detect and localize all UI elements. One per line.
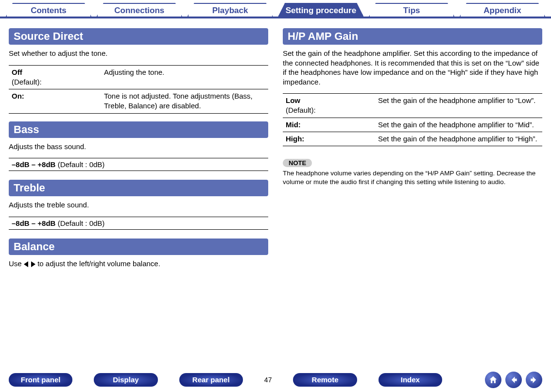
range-default: (Default : 0dB): [55, 219, 104, 227]
nav-icons: [485, 372, 542, 388]
top-tab-bar: Contents Connections Playback Setting pr…: [0, 0, 551, 18]
desc-balance-post: to adjust the left/right volume balance.: [35, 259, 160, 268]
opt-val: Set the gain of the headphone amplifier …: [375, 94, 542, 118]
desc-treble: Adjusts the treble sound.: [9, 200, 268, 210]
opt-key-rest: (Default):: [12, 78, 42, 86]
home-icon: [488, 375, 498, 385]
pill-remote[interactable]: Remote: [293, 373, 357, 387]
range-value: –8dB – +8dB: [12, 219, 55, 227]
right-column: H/P AMP Gain Set the gain of the headpho…: [283, 28, 542, 275]
heading-source-direct: Source Direct: [9, 28, 268, 45]
desc-balance-pre: Use: [9, 259, 24, 268]
opt-key: High:: [286, 135, 304, 143]
desc-balance: Use to adjust the left/right volume bala…: [9, 259, 268, 269]
heading-bass: Bass: [9, 121, 268, 138]
pill-display[interactable]: Display: [94, 373, 157, 387]
opt-key-rest: (Default):: [286, 106, 316, 114]
left-column: Source Direct Set whether to adjust the …: [9, 28, 268, 275]
opt-val: Set the gain of the headphone amplifier …: [375, 118, 542, 132]
heading-hp-amp-gain: H/P AMP Gain: [283, 28, 542, 45]
opt-val: Tone is not adjusted. Tone adjustments (…: [101, 89, 268, 114]
opt-val: Set the gain of the headphone amplifier …: [375, 132, 542, 146]
home-button[interactable]: [485, 372, 501, 388]
tab-tips[interactable]: Tips: [369, 3, 454, 17]
heading-balance: Balance: [9, 239, 268, 255]
triangle-left-icon: [24, 261, 28, 267]
range-treble: –8dB – +8dB (Default : 0dB): [9, 217, 268, 230]
tab-connections[interactable]: Connections: [97, 3, 182, 17]
next-page-button[interactable]: [526, 372, 542, 388]
table-source-direct: Off (Default): Adjusting the tone. On: T…: [9, 65, 268, 114]
opt-val: Adjusting the tone.: [101, 65, 268, 89]
opt-key: Off: [12, 68, 22, 76]
arrow-left-icon: [509, 375, 518, 385]
prev-page-button[interactable]: [505, 372, 522, 388]
table-row: Off (Default): Adjusting the tone.: [9, 65, 268, 89]
range-default: (Default : 0dB): [55, 160, 104, 169]
note-text: The headphone volume varies depending on…: [283, 169, 542, 187]
pill-front-panel[interactable]: Front panel: [9, 373, 72, 387]
heading-treble: Treble: [9, 180, 268, 196]
table-hp-amp-gain: Low (Default): Set the gain of the headp…: [283, 93, 542, 146]
bottom-bar: Front panel Display Rear panel 47 Remote…: [0, 372, 551, 388]
range-value: –8dB – +8dB: [12, 160, 55, 169]
tab-contents[interactable]: Contents: [6, 3, 91, 17]
range-bass: –8dB – +8dB (Default : 0dB): [9, 158, 268, 171]
tab-setting-procedure[interactable]: Setting procedure: [278, 3, 363, 17]
opt-key: Mid:: [286, 120, 301, 129]
content-area: Source Direct Set whether to adjust the …: [0, 18, 551, 275]
desc-hp-amp-gain: Set the gain of the headphone amplifier.…: [283, 49, 542, 86]
pill-index[interactable]: Index: [379, 373, 442, 387]
tab-appendix[interactable]: Appendix: [460, 3, 545, 17]
note-badge: NOTE: [283, 159, 312, 167]
opt-key: On:: [12, 92, 24, 100]
tab-playback[interactable]: Playback: [188, 3, 273, 17]
triangle-right-icon: [31, 261, 35, 267]
table-row: On: Tone is not adjusted. Tone adjustmen…: [9, 89, 268, 114]
table-row: Low (Default): Set the gain of the headp…: [283, 94, 542, 118]
desc-source-direct: Set whether to adjust the tone.: [9, 49, 268, 58]
opt-key: Low: [286, 96, 300, 104]
arrow-right-icon: [529, 375, 539, 385]
table-row: Mid: Set the gain of the headphone ampli…: [283, 118, 542, 132]
page-number: 47: [264, 376, 272, 384]
table-row: High: Set the gain of the headphone ampl…: [283, 132, 542, 146]
desc-bass: Adjusts the bass sound.: [9, 142, 268, 152]
pill-rear-panel[interactable]: Rear panel: [179, 373, 243, 387]
